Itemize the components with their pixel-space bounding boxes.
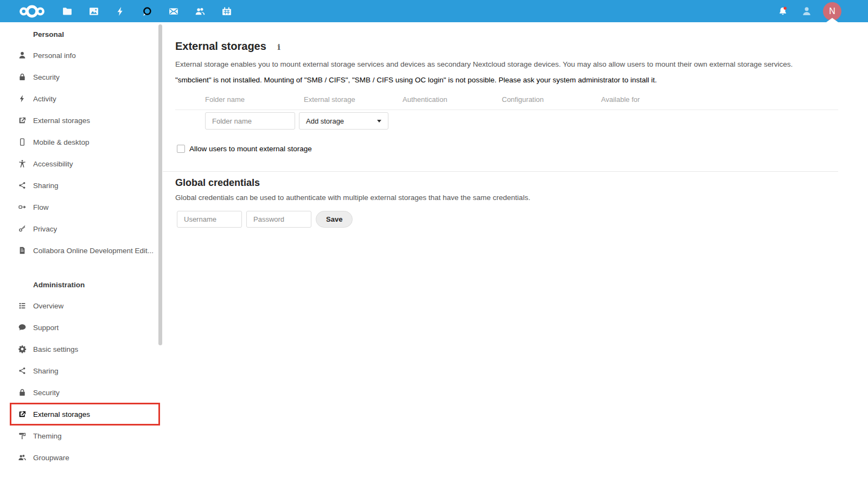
new-storage-row: Add storage xyxy=(175,110,838,134)
flow-icon xyxy=(18,203,27,211)
key-icon xyxy=(18,224,27,233)
sidebar-item-overview[interactable]: Overview xyxy=(0,295,163,317)
calendar-app-button[interactable] xyxy=(213,0,240,22)
sidebar-item-mobile-desktop[interactable]: Mobile & desktop xyxy=(0,131,163,153)
folder-name-input[interactable] xyxy=(205,112,295,130)
lock-icon xyxy=(18,73,27,81)
photos-icon xyxy=(88,6,99,17)
global-credentials-title: Global credentials xyxy=(175,177,838,189)
smbclient-warning: "smbclient" is not installed. Mounting o… xyxy=(175,76,838,84)
people-icon xyxy=(18,453,27,462)
contacts-menu-button[interactable] xyxy=(795,0,819,22)
sidebar-scrollbar[interactable] xyxy=(158,24,162,345)
share-icon xyxy=(18,366,27,375)
sidebar-item-external-storages-admin[interactable]: External storages xyxy=(10,403,160,426)
settings-menu-pointer xyxy=(826,18,838,22)
username-field[interactable] xyxy=(177,211,242,228)
sidebar-item-collabora[interactable]: Collabora Online Development Edit... xyxy=(0,240,163,261)
talk-app-button[interactable] xyxy=(133,0,160,22)
talk-icon xyxy=(142,6,152,17)
sidebar-item-support[interactable]: Support xyxy=(0,317,163,338)
folder-icon xyxy=(62,6,73,17)
global-credentials-description: Global credentials can be used to authen… xyxy=(175,194,838,202)
phone-icon xyxy=(18,138,27,146)
chevron-down-icon xyxy=(377,120,381,123)
add-storage-select-value: Add storage xyxy=(306,117,344,125)
lightning-icon xyxy=(18,94,27,103)
info-icon[interactable]: i xyxy=(277,42,280,52)
global-credentials-section: Global credentials Global credentials ca… xyxy=(163,171,838,228)
calendar-icon xyxy=(221,6,232,17)
password-field[interactable] xyxy=(246,211,311,228)
person-icon xyxy=(801,6,812,17)
sidebar-item-external-storages-personal[interactable]: External storages xyxy=(0,109,163,131)
app-menu xyxy=(54,0,240,22)
sidebar-item-security-personal[interactable]: Security xyxy=(0,66,163,88)
activity-app-button[interactable] xyxy=(107,0,133,22)
files-app-button[interactable] xyxy=(54,0,80,22)
gear-icon xyxy=(18,345,27,353)
column-header-configuration: Configuration xyxy=(502,95,601,110)
external-storages-table: Folder name External storage Authenticat… xyxy=(175,95,838,134)
nextcloud-logo[interactable] xyxy=(20,3,44,20)
personal-section-heading: Personal xyxy=(0,22,163,44)
list-icon xyxy=(18,301,27,310)
document-icon xyxy=(18,246,27,255)
allow-users-row: Allow users to mount external storage xyxy=(177,145,838,153)
bell-icon xyxy=(777,6,788,17)
sidebar-item-basic-settings[interactable]: Basic settings xyxy=(0,338,163,360)
external-link-icon xyxy=(18,116,27,125)
column-header-external-storage: External storage xyxy=(304,95,403,110)
sidebar-item-privacy[interactable]: Privacy xyxy=(0,218,163,240)
lightning-icon xyxy=(115,6,126,17)
save-button[interactable]: Save xyxy=(316,211,353,228)
sidebar-item-security-admin[interactable]: Security xyxy=(0,382,163,403)
top-bar: N xyxy=(0,0,868,22)
photos-app-button[interactable] xyxy=(80,0,107,22)
notifications-button[interactable] xyxy=(771,0,795,22)
sidebar-item-theming[interactable]: Theming xyxy=(0,425,163,447)
sidebar-item-groupware[interactable]: Groupware xyxy=(0,447,163,468)
settings-sidebar: Personal Personal info Security Activity… xyxy=(0,22,163,477)
avatar-initial: N xyxy=(829,7,835,16)
contacts-app-button[interactable] xyxy=(187,0,213,22)
paint-roller-icon xyxy=(18,431,27,440)
add-storage-select[interactable]: Add storage xyxy=(299,112,388,130)
accessibility-icon xyxy=(18,159,27,168)
external-storage-description: External storage enables you to mount ex… xyxy=(175,60,838,68)
user-icon xyxy=(18,51,27,60)
contacts-icon xyxy=(195,6,206,17)
share-icon xyxy=(18,181,27,190)
main-content: External storages i External storage ena… xyxy=(163,0,868,228)
administration-section-heading: Administration xyxy=(0,261,163,295)
chat-bubble-icon xyxy=(18,323,27,332)
lock-icon xyxy=(18,388,27,397)
sidebar-item-flow[interactable]: Flow xyxy=(0,196,163,218)
mail-icon xyxy=(168,6,179,17)
sidebar-item-activity[interactable]: Activity xyxy=(0,88,163,109)
table-header-row: Folder name External storage Authenticat… xyxy=(175,95,838,110)
allow-users-label: Allow users to mount external storage xyxy=(189,145,312,153)
sidebar-item-sharing-personal[interactable]: Sharing xyxy=(0,175,163,196)
sidebar-item-sharing-admin[interactable]: Sharing xyxy=(0,360,163,382)
column-header-available-for: Available for xyxy=(601,95,838,110)
external-link-icon xyxy=(18,410,27,418)
allow-users-checkbox[interactable] xyxy=(177,145,185,153)
column-header-folder-name: Folder name xyxy=(205,95,304,110)
column-header-authentication: Authentication xyxy=(403,95,502,110)
mail-app-button[interactable] xyxy=(160,0,187,22)
page-title: External storages xyxy=(175,40,266,53)
sidebar-item-personal-info[interactable]: Personal info xyxy=(0,44,163,66)
global-credentials-form: Save xyxy=(177,211,838,228)
sidebar-item-accessibility[interactable]: Accessibility xyxy=(0,153,163,175)
